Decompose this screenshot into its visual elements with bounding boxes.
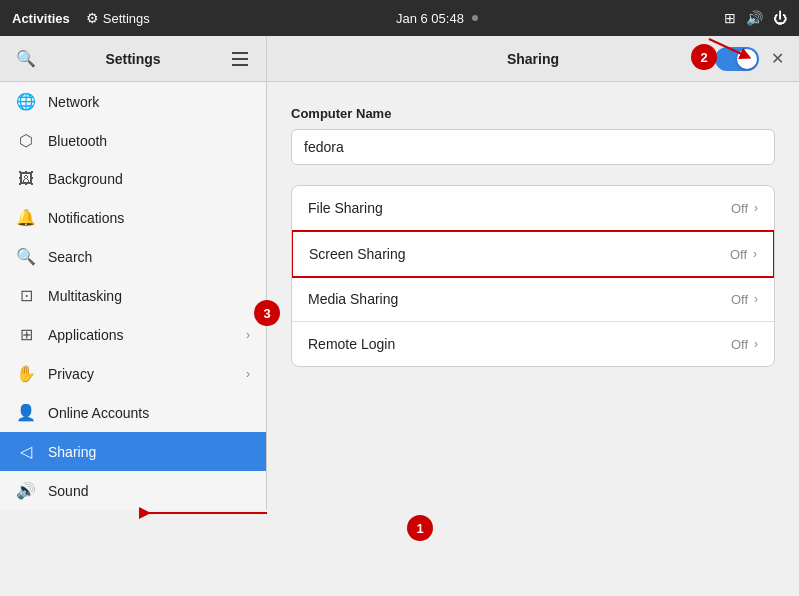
sharing-label-file-sharing: File Sharing bbox=[308, 200, 731, 216]
settings-title: Settings bbox=[50, 51, 216, 67]
headerbar-left: 🔍 Settings bbox=[0, 36, 267, 81]
main-panel: Computer Name File SharingOff›Screen Sha… bbox=[267, 82, 799, 391]
topbar: Activities ⚙ Settings Jan 6 05:48 ⊞ 🔊 ⏻ bbox=[0, 0, 799, 36]
sidebar-item-multitasking[interactable]: ⊡Multitasking bbox=[0, 276, 266, 315]
sharing-chevron-remote-login: › bbox=[754, 337, 758, 351]
computer-name-input[interactable] bbox=[291, 129, 775, 165]
topbar-settings: ⚙ Settings bbox=[86, 10, 150, 26]
sharing-item-screen-sharing[interactable]: Screen SharingOff› bbox=[291, 230, 775, 278]
sidebar-item-sharing[interactable]: ◁Sharing bbox=[0, 432, 266, 471]
sharing-label-screen-sharing: Screen Sharing bbox=[309, 246, 730, 262]
background-icon: 🖼 bbox=[16, 170, 36, 188]
headerbar-right: Sharing 2 ✕ bbox=[267, 36, 799, 81]
sidebar-item-search[interactable]: 🔍Search bbox=[0, 237, 266, 276]
notification-dot bbox=[472, 15, 478, 21]
power-icon: ⏻ bbox=[773, 10, 787, 26]
chevron-applications: › bbox=[246, 328, 250, 342]
content-area: 🌐Network⬡Bluetooth🖼Background🔔Notificati… bbox=[0, 82, 799, 596]
search-icon: 🔍 bbox=[16, 49, 36, 68]
sidebar-item-bluetooth[interactable]: ⬡Bluetooth bbox=[0, 121, 266, 160]
computer-name-label: Computer Name bbox=[291, 106, 775, 121]
sidebar-label-network: Network bbox=[48, 94, 250, 110]
bluetooth-icon: ⬡ bbox=[16, 131, 36, 150]
sidebar-label-sharing: Sharing bbox=[48, 444, 250, 460]
sidebar: 🌐Network⬡Bluetooth🖼Background🔔Notificati… bbox=[0, 82, 267, 510]
sidebar-label-bluetooth: Bluetooth bbox=[48, 133, 250, 149]
annotation-2: 2 bbox=[691, 44, 717, 70]
sidebar-item-applications[interactable]: ⊞Applications› bbox=[0, 315, 266, 354]
network-icon: ⊞ bbox=[724, 10, 736, 26]
sharing-status-screen-sharing: Off bbox=[730, 247, 747, 262]
close-icon: ✕ bbox=[771, 49, 784, 68]
sidebar-item-notifications[interactable]: 🔔Notifications bbox=[0, 198, 266, 237]
sidebar-label-applications: Applications bbox=[48, 327, 234, 343]
privacy-icon: ✋ bbox=[16, 364, 36, 383]
sharing-item-remote-login[interactable]: Remote LoginOff› bbox=[292, 322, 774, 366]
sharing-title: Sharing bbox=[507, 51, 559, 67]
network-icon: 🌐 bbox=[16, 92, 36, 111]
topbar-settings-label: Settings bbox=[103, 11, 150, 26]
sidebar-item-online-accounts[interactable]: 👤Online Accounts bbox=[0, 393, 266, 432]
volume-icon: 🔊 bbox=[746, 10, 763, 26]
arrow-to-sharing bbox=[137, 498, 277, 528]
sidebar-label-multitasking: Multitasking bbox=[48, 288, 250, 304]
sharing-status-remote-login: Off bbox=[731, 337, 748, 352]
sidebar-item-background[interactable]: 🖼Background bbox=[0, 160, 266, 198]
sharing-list: File SharingOff›Screen SharingOff›Media … bbox=[291, 185, 775, 367]
multitasking-icon: ⊡ bbox=[16, 286, 36, 305]
notifications-icon: 🔔 bbox=[16, 208, 36, 227]
close-button[interactable]: ✕ bbox=[763, 45, 791, 73]
search-button[interactable]: 🔍 bbox=[10, 43, 42, 75]
sidebar-label-online-accounts: Online Accounts bbox=[48, 405, 250, 421]
sharing-item-file-sharing[interactable]: File SharingOff› bbox=[292, 186, 774, 231]
applications-icon: ⊞ bbox=[16, 325, 36, 344]
sidebar-label-privacy: Privacy bbox=[48, 366, 234, 382]
main-wrapper: Computer Name File SharingOff›Screen Sha… bbox=[267, 82, 799, 596]
app-window: 🔍 Settings Sharing 2 bbox=[0, 36, 799, 596]
sidebar-label-search: Search bbox=[48, 249, 250, 265]
sharing-icon: ◁ bbox=[16, 442, 36, 461]
online-accounts-icon: 👤 bbox=[16, 403, 36, 422]
sidebar-label-sound: Sound bbox=[48, 483, 250, 499]
sharing-item-media-sharing[interactable]: Media SharingOff› bbox=[292, 277, 774, 322]
sharing-chevron-media-sharing: › bbox=[754, 292, 758, 306]
sharing-label-remote-login: Remote Login bbox=[308, 336, 731, 352]
headerbar: 🔍 Settings Sharing 2 bbox=[0, 36, 799, 82]
toggle-knob bbox=[737, 49, 757, 69]
sharing-chevron-file-sharing: › bbox=[754, 201, 758, 215]
sound-icon: 🔊 bbox=[16, 481, 36, 500]
chevron-privacy: › bbox=[246, 367, 250, 381]
sidebar-label-notifications: Notifications bbox=[48, 210, 250, 226]
sharing-toggle[interactable] bbox=[715, 47, 759, 71]
menu-button[interactable] bbox=[224, 43, 256, 75]
sidebar-label-background: Background bbox=[48, 171, 250, 187]
sharing-chevron-screen-sharing: › bbox=[753, 247, 757, 261]
gear-icon: ⚙ bbox=[86, 10, 99, 26]
hamburger-icon bbox=[232, 52, 248, 66]
annotation-3: 3 bbox=[254, 300, 280, 326]
activities-button[interactable]: Activities bbox=[12, 11, 70, 26]
sharing-status-media-sharing: Off bbox=[731, 292, 748, 307]
sidebar-item-privacy[interactable]: ✋Privacy› bbox=[0, 354, 266, 393]
sidebar-item-network[interactable]: 🌐Network bbox=[0, 82, 266, 121]
sharing-label-media-sharing: Media Sharing bbox=[308, 291, 731, 307]
search-icon: 🔍 bbox=[16, 247, 36, 266]
sharing-status-file-sharing: Off bbox=[731, 201, 748, 216]
annotation-1: 1 bbox=[407, 515, 433, 541]
topbar-datetime: Jan 6 05:48 bbox=[396, 11, 464, 26]
